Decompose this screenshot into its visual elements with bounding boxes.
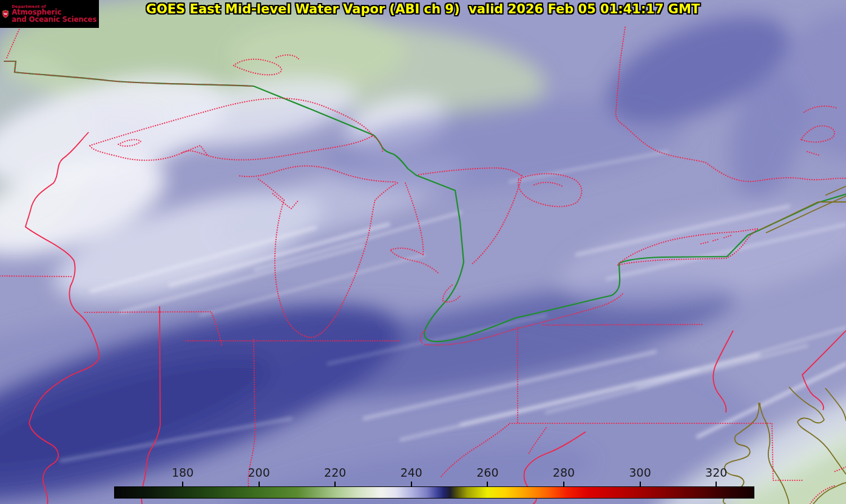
colorbar-tick	[563, 482, 564, 486]
colorbar-tick	[640, 482, 641, 486]
temperature-colorbar	[114, 486, 754, 499]
uw-crest-icon: W	[2, 1, 8, 27]
colorbar-tick-label: 320	[705, 466, 727, 479]
uw-aos-logo: W Department of Atmospheric and Oceanic …	[0, 0, 99, 28]
colorbar-tick	[411, 482, 412, 486]
colorbar-tick	[259, 482, 260, 486]
colorbar-tick-label: 280	[553, 466, 575, 479]
colorbar-tick-label: 300	[629, 466, 651, 479]
colorbar-tick	[182, 482, 183, 486]
colorbar-tick-label: 240	[401, 466, 422, 479]
colorbar-tick-label: 220	[324, 466, 346, 479]
satellite-image-viewer: W Department of Atmospheric and Oceanic …	[0, 0, 846, 504]
logo-text: Department of Atmospheric and Oceanic Sc…	[12, 5, 96, 24]
image-title: GOES East Mid-level Water Vapor (ABI ch …	[146, 2, 700, 16]
svg-text:W: W	[4, 12, 8, 16]
colorbar-tick	[487, 482, 488, 486]
colorbar-tick	[334, 482, 336, 486]
colorbar-tick-label: 260	[476, 466, 498, 479]
logo-line-2: and Oceanic Sciences	[12, 16, 96, 23]
water-vapor-satellite-image	[0, 0, 846, 504]
colorbar-tick-label: 180	[172, 466, 194, 479]
colorbar-tick	[716, 482, 717, 486]
colorbar-tick-label: 200	[248, 466, 269, 479]
